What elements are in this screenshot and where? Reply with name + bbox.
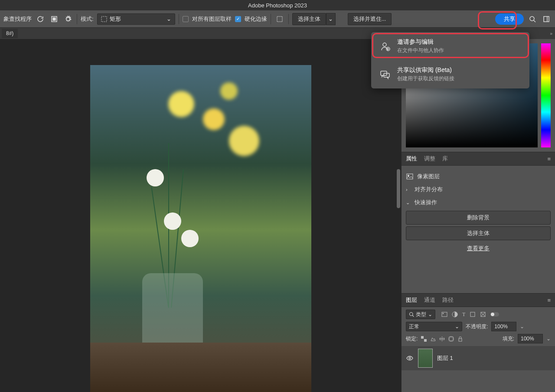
app-title: Adobe Photoshop 2023 [248,2,307,9]
svg-rect-3 [277,16,282,22]
chevron-down-icon[interactable]: ⌄ [546,336,551,342]
chevron-down-icon[interactable]: ⌄ [520,323,524,330]
svg-point-4 [530,16,534,21]
tab-libraries[interactable]: 库 [442,155,448,163]
review-title: 共享以供审阅 (Beta) [397,66,454,74]
chevron-right-icon: › [406,187,411,192]
invite-to-edit-item[interactable]: 邀请参与编辑 在文件中与他人协作 [371,32,529,60]
select-subject-button-panel[interactable]: 选择主体 [406,226,551,240]
opacity-input[interactable]: 100% [491,322,516,331]
layer-name[interactable]: 图层 1 [437,354,453,362]
layer-filter-kind[interactable]: 类型 ⌄ [406,310,435,319]
tab-expand-icon[interactable]: » [547,31,555,36]
filter-toggle[interactable] [490,312,499,317]
title-bar: Adobe Photoshop 2023 [0,0,555,10]
fill-label: 填充: [503,335,514,343]
mode-select[interactable]: 矩形 ⌄ [97,13,175,25]
scrollbar-handle[interactable] [397,169,400,208]
chevron-down-icon: ⌄ [406,200,411,206]
screen-mode-icon[interactable] [49,14,59,24]
svg-rect-15 [424,339,427,342]
search-icon[interactable] [527,14,538,24]
select-and-mask-button[interactable]: 选择并遮住... [348,13,392,25]
layer-row[interactable]: 图层 1 [402,346,555,370]
canvas-area[interactable] [0,39,401,392]
gear-icon[interactable] [63,14,73,24]
pixel-layer-label: 像素图层 [417,173,440,180]
comment-icon [379,69,391,81]
layers-panel: 图层 通道 路径 ≡ 类型 ⌄ T [402,293,555,392]
separator [271,14,271,24]
filter-pixel-icon[interactable] [441,311,447,317]
image-icon [406,173,414,180]
align-section[interactable]: › 对齐并分布 [406,183,551,196]
document-tab[interactable]: 8#) [2,29,18,38]
svg-rect-5 [544,16,549,22]
tab-paths[interactable]: 路径 [442,296,454,304]
mode-label: 模式: [81,15,94,23]
svg-point-10 [443,313,444,314]
separator [179,14,179,24]
workspace-icon[interactable] [541,14,552,24]
invite-title: 邀请参与编辑 [397,38,444,46]
tab-channels[interactable]: 通道 [424,296,435,304]
properties-panel: 属性 调整 库 ≡ 像素图层 › 对齐并分布 ⌄ 快速操作 删除背景 [402,152,555,293]
select-subject-button[interactable]: 选择主体 [292,13,326,25]
svg-rect-14 [421,336,424,339]
layers-header: 图层 通道 路径 ≡ [402,294,555,307]
sample-all-label: 对所有图层取样 [192,15,232,23]
lock-image-icon[interactable] [430,336,436,342]
filter-adjustment-icon[interactable] [452,311,458,317]
lock-label: 锁定: [406,335,418,343]
panel-menu-icon[interactable]: ≡ [547,297,551,304]
options-bar: 象查找程序 模式: 矩形 ⌄ 对所有图层取样 硬化边缘 选择主体 ⌄ 选择并遮住… [0,10,555,28]
hard-edge-checkbox[interactable] [235,16,241,22]
svg-rect-17 [459,339,462,341]
visibility-toggle[interactable] [406,354,414,362]
tab-adjustments[interactable]: 调整 [424,155,435,163]
svg-rect-6 [407,174,413,179]
mode-value: 矩形 [110,15,121,23]
chevron-down-icon: ⌄ [166,16,171,22]
invite-user-icon [379,40,391,52]
sample-all-checkbox[interactable] [183,16,189,22]
svg-rect-12 [470,312,475,317]
blend-mode-select[interactable]: 正常⌄ [406,322,462,331]
properties-header: 属性 调整 库 ≡ [402,152,555,166]
svg-rect-2 [101,16,107,22]
tab-properties[interactable]: 属性 [406,155,417,163]
filter-type-icon[interactable]: T [462,311,465,318]
main-area: 属性 调整 库 ≡ 像素图层 › 对齐并分布 ⌄ 快速操作 删除背景 [0,39,555,392]
brush-settings-icon[interactable] [274,14,285,24]
invite-subtitle: 在文件中与他人协作 [397,47,444,54]
filter-smart-icon[interactable] [480,311,486,317]
svg-rect-1 [53,18,56,20]
share-button[interactable]: 共享 [495,13,524,25]
lock-artboard-icon[interactable] [448,336,454,342]
refresh-icon[interactable] [35,14,46,24]
canvas-image[interactable] [90,65,311,392]
filter-shape-icon[interactable] [470,311,476,317]
separator [288,14,289,24]
fill-input[interactable]: 100% [518,334,543,343]
remove-background-button[interactable]: 删除背景 [406,211,551,225]
layer-thumbnail[interactable] [418,349,433,368]
select-subject-dropdown[interactable]: ⌄ [326,13,336,25]
share-for-review-item[interactable]: 共享以供审阅 (Beta) 创建用于获取反馈的链接 [371,60,529,88]
svg-point-18 [409,357,411,359]
panel-menu-icon[interactable]: ≡ [547,156,551,162]
finder-label: 象查找程序 [3,15,32,23]
see-more-link[interactable]: 查看更多 [406,242,551,255]
tab-layers[interactable]: 图层 [406,296,417,304]
lock-all-icon[interactable] [457,336,463,342]
lock-position-icon[interactable] [439,336,445,342]
lock-transparency-icon[interactable] [421,336,427,342]
right-panels: 属性 调整 库 ≡ 像素图层 › 对齐并分布 ⌄ 快速操作 删除背景 [401,39,555,392]
review-subtitle: 创建用于获取反馈的链接 [397,75,454,82]
quick-actions-section[interactable]: ⌄ 快速操作 [406,196,551,209]
separator [77,14,77,24]
svg-point-8 [410,313,413,316]
svg-point-19 [383,43,386,46]
hue-slider[interactable] [541,43,551,147]
share-popup: 邀请参与编辑 在文件中与他人协作 共享以供审阅 (Beta) 创建用于获取反馈的… [371,32,529,88]
